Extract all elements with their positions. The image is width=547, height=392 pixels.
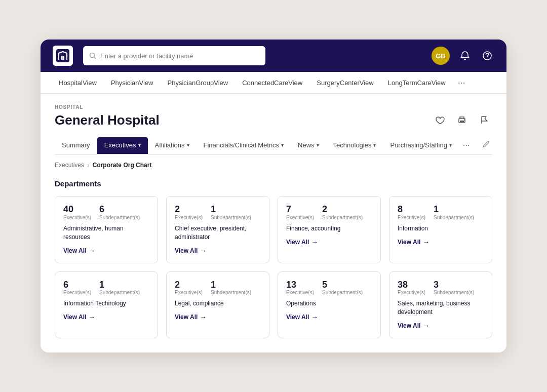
tabs-edit-icon[interactable] bbox=[480, 136, 492, 154]
exec-label: Executive(s) bbox=[63, 290, 91, 295]
dept-name: Sales, marketing, business development bbox=[398, 299, 484, 317]
card-counts: 40 Executive(s) 6 Subdepartment(s) bbox=[63, 205, 149, 220]
card-counts: 2 Executive(s) 1 Subdepartment(s) bbox=[175, 205, 261, 220]
sub-count: 1 bbox=[211, 205, 251, 215]
dept-card-chief-exec[interactable]: 2 Executive(s) 1 Subdepartment(s) Chief … bbox=[166, 196, 269, 263]
view-all-link[interactable]: View All → bbox=[286, 238, 372, 246]
view-all-link[interactable]: View All → bbox=[175, 247, 261, 255]
nav-surgery-center-view[interactable]: SurgeryCenterView bbox=[310, 72, 379, 94]
tab-news[interactable]: News ▾ bbox=[291, 137, 326, 154]
tab-executives[interactable]: Executives ▾ bbox=[97, 137, 148, 154]
breadcrumb-parent[interactable]: Executives bbox=[55, 162, 84, 169]
sub-count: 6 bbox=[99, 205, 140, 215]
sub-label: Subdepartment(s) bbox=[211, 215, 251, 220]
breadcrumb: Executives › Corporate Org Chart bbox=[55, 161, 492, 169]
tab-affiliations[interactable]: Affiliations ▾ bbox=[148, 137, 197, 154]
exec-count-group: 6 Executive(s) bbox=[63, 280, 91, 296]
exec-count-group: 8 Executive(s) bbox=[398, 205, 425, 220]
nav-more-icon[interactable]: ··· bbox=[454, 77, 470, 88]
card-counts: 2 Executive(s) 1 Subdepartment(s) bbox=[175, 280, 261, 296]
card-counts: 13 Executive(s) 5 Subdepartment(s) bbox=[286, 280, 372, 296]
tabs: Summary Executives ▾ Affiliations ▾ Fina… bbox=[55, 136, 492, 155]
print-icon[interactable] bbox=[454, 112, 470, 128]
search-bar[interactable] bbox=[83, 46, 265, 65]
exec-count: 8 bbox=[398, 205, 425, 215]
dept-card-legal[interactable]: 2 Executive(s) 1 Subdepartment(s) Legal,… bbox=[166, 271, 269, 338]
exec-label: Executive(s) bbox=[63, 215, 91, 220]
tab-technologies[interactable]: Technologies ▾ bbox=[326, 137, 383, 154]
sub-count: 5 bbox=[322, 280, 363, 290]
technologies-caret-icon: ▾ bbox=[373, 142, 376, 148]
card-counts: 7 Executive(s) 2 Subdepartment(s) bbox=[286, 205, 372, 220]
dept-name: Chief executive, president, administrato… bbox=[175, 224, 261, 242]
title-actions bbox=[432, 112, 492, 128]
sub-count: 1 bbox=[99, 280, 140, 290]
dept-name: Operations bbox=[286, 299, 372, 308]
tab-financials[interactable]: Financials/Clinical Metrics ▾ bbox=[197, 137, 291, 154]
sub-count-group: 1 Subdepartment(s) bbox=[99, 280, 140, 296]
page-title: General Hospital bbox=[55, 112, 160, 128]
notification-bell-icon[interactable] bbox=[458, 49, 472, 63]
nav-physician-view[interactable]: PhysicianView bbox=[105, 72, 160, 94]
dept-card-admin[interactable]: 40 Executive(s) 6 Subdepartment(s) Admin… bbox=[55, 196, 158, 263]
search-input[interactable] bbox=[100, 52, 259, 60]
tab-purchasing-staffing[interactable]: Purchasing/Staffing ▾ bbox=[383, 137, 459, 154]
hospital-label: HOSPITAL bbox=[55, 104, 492, 110]
dept-name: Legal, compliance bbox=[175, 299, 261, 308]
search-icon bbox=[89, 52, 96, 59]
tabs-more-icon[interactable]: ··· bbox=[459, 137, 474, 154]
exec-count: 2 bbox=[175, 280, 203, 290]
dept-card-info-tech[interactable]: 6 Executive(s) 1 Subdepartment(s) Inform… bbox=[55, 271, 158, 338]
nav-hospital-view[interactable]: HospitalView bbox=[53, 72, 103, 94]
favorite-icon[interactable] bbox=[432, 112, 448, 128]
svg-rect-7 bbox=[460, 121, 464, 122]
svg-point-8 bbox=[464, 120, 465, 121]
arrow-icon: → bbox=[422, 238, 429, 246]
sub-label: Subdepartment(s) bbox=[434, 290, 474, 295]
dept-name: Administrative, human resources bbox=[63, 224, 149, 242]
dept-card-finance[interactable]: 7 Executive(s) 2 Subdepartment(s) Financ… bbox=[278, 196, 381, 263]
view-all-link[interactable]: View All → bbox=[398, 238, 484, 246]
tab-summary[interactable]: Summary bbox=[55, 137, 97, 154]
dept-card-information[interactable]: 8 Executive(s) 1 Subdepartment(s) Inform… bbox=[389, 196, 492, 263]
departments-grid: 40 Executive(s) 6 Subdepartment(s) Admin… bbox=[55, 196, 492, 338]
arrow-icon: → bbox=[200, 313, 207, 321]
nav-connected-care-view[interactable]: ConnectedCareView bbox=[236, 72, 308, 94]
card-counts: 38 Executive(s) 3 Subdepartment(s) bbox=[398, 280, 484, 296]
sub-count-group: 3 Subdepartment(s) bbox=[434, 280, 474, 296]
exec-count-group: 2 Executive(s) bbox=[175, 280, 203, 296]
arrow-icon: → bbox=[422, 322, 429, 330]
exec-count-group: 13 Executive(s) bbox=[286, 280, 314, 296]
sub-count-group: 2 Subdepartment(s) bbox=[322, 205, 363, 220]
sub-count-group: 1 Subdepartment(s) bbox=[211, 205, 251, 220]
dept-card-sales[interactable]: 38 Executive(s) 3 Subdepartment(s) Sales… bbox=[389, 271, 492, 338]
affiliations-caret-icon: ▾ bbox=[187, 142, 189, 148]
view-all-link[interactable]: View All → bbox=[175, 313, 261, 321]
sub-label: Subdepartment(s) bbox=[322, 215, 363, 220]
nav-physician-group-view[interactable]: PhysicianGroupView bbox=[162, 72, 235, 94]
view-all-link[interactable]: View All → bbox=[63, 247, 149, 255]
content-area: HOSPITAL General Hospital bbox=[41, 94, 506, 352]
exec-label: Executive(s) bbox=[175, 290, 203, 295]
page-title-row: General Hospital bbox=[55, 112, 492, 128]
dept-card-operations[interactable]: 13 Executive(s) 5 Subdepartment(s) Opera… bbox=[278, 271, 381, 338]
view-all-link[interactable]: View All → bbox=[286, 313, 372, 321]
avatar[interactable]: GB bbox=[432, 47, 450, 65]
sub-count-group: 6 Subdepartment(s) bbox=[99, 205, 140, 220]
exec-count: 38 bbox=[398, 280, 425, 290]
arrow-icon: → bbox=[88, 313, 95, 321]
exec-label: Executive(s) bbox=[286, 290, 314, 295]
exec-label: Executive(s) bbox=[398, 215, 425, 220]
view-all-link[interactable]: View All → bbox=[63, 313, 149, 321]
financials-caret-icon: ▾ bbox=[281, 142, 284, 148]
executives-caret-icon: ▾ bbox=[138, 142, 141, 148]
view-all-link[interactable]: View All → bbox=[398, 322, 484, 330]
exec-count: 2 bbox=[175, 205, 203, 215]
sub-count: 1 bbox=[434, 205, 474, 215]
svg-point-5 bbox=[487, 58, 488, 59]
nav-long-term-care-view[interactable]: LongTermCareView bbox=[382, 72, 452, 94]
flag-icon[interactable] bbox=[476, 112, 492, 128]
exec-label: Executive(s) bbox=[398, 290, 425, 295]
help-icon[interactable] bbox=[480, 49, 494, 63]
departments-section-title: Departments bbox=[55, 179, 492, 188]
